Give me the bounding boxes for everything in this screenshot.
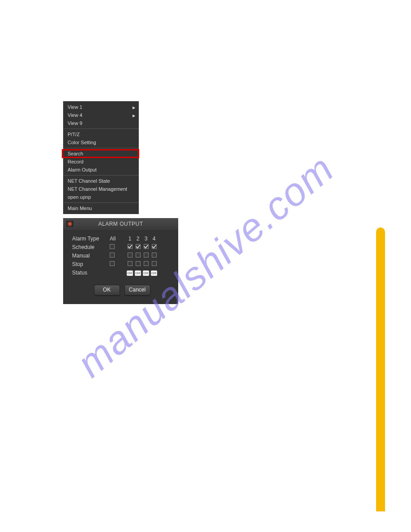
alarm-icon: [66, 220, 74, 227]
highlight-rectangle: [62, 149, 139, 158]
menu-item-label: View 9: [68, 120, 82, 126]
menu-item-label: View 1: [68, 104, 82, 110]
dialog-title: ALARM OUTPUT: [77, 221, 164, 227]
menu-item-label: open upnp: [68, 194, 91, 200]
menu-item-label: Color Setting: [68, 140, 96, 145]
col-header-1: 1: [126, 236, 134, 242]
status-indicator-4: OFF: [151, 270, 157, 276]
menu-item-label: P/T/Z: [68, 132, 80, 137]
row-label: Manual: [72, 253, 110, 259]
dialog-body: Alarm Type All 1 2 3 4 Schedule Manual: [63, 230, 178, 296]
menu-separator: [63, 175, 139, 176]
row-label: Stop: [72, 261, 110, 267]
row-label: Schedule: [72, 244, 110, 250]
row-label: Status: [72, 270, 110, 276]
menu-item-color-setting[interactable]: Color Setting: [63, 138, 139, 146]
col-all-label: All: [110, 236, 126, 242]
menu-item-label: View 4: [68, 112, 82, 118]
dialog-footer: OK Cancel: [72, 285, 172, 296]
menu-item-open-upnp[interactable]: open upnp: [63, 193, 139, 201]
menu-item-label: Record: [68, 159, 83, 164]
checkbox-stop-4[interactable]: [152, 261, 157, 266]
col-type-label: Alarm Type: [72, 236, 110, 242]
checkbox-manual-1[interactable]: [128, 253, 133, 257]
status-indicator-2: OFF: [135, 270, 141, 276]
checkbox-stop-3[interactable]: [144, 261, 149, 266]
checkbox-schedule-4[interactable]: [152, 244, 157, 249]
header-row: Alarm Type All 1 2 3 4: [72, 234, 172, 243]
menu-item-main-menu[interactable]: Main Menu: [63, 204, 139, 212]
menu-item-ptz[interactable]: P/T/Z: [63, 130, 139, 138]
checkbox-manual-4[interactable]: [152, 253, 157, 257]
row-status: Status OFF OFF OFF OFF: [72, 268, 172, 277]
checkbox-stop-2[interactable]: [136, 261, 141, 266]
menu-item-label: Alarm Output: [68, 167, 97, 172]
menu-item-record[interactable]: Record: [63, 158, 139, 166]
checkbox-manual-3[interactable]: [144, 253, 149, 257]
side-accent-bar: [376, 227, 385, 511]
menu-item-alarm-output[interactable]: Alarm Output: [63, 166, 139, 174]
menu-item-view1[interactable]: View 1 ▶: [63, 103, 139, 111]
row-schedule: Schedule: [72, 243, 172, 251]
checkbox-stop-all[interactable]: [110, 261, 115, 266]
svg-point-2: [69, 223, 71, 225]
ok-button[interactable]: OK: [94, 285, 120, 296]
menu-item-label: Main Menu: [68, 206, 92, 211]
menu-separator: [63, 202, 139, 203]
chevron-right-icon: ▶: [133, 113, 135, 119]
checkbox-schedule-all[interactable]: [110, 244, 115, 249]
menu-separator: [63, 129, 139, 129]
checkbox-stop-1[interactable]: [128, 261, 133, 266]
cancel-button[interactable]: Cancel: [124, 285, 150, 296]
menu-item-view9[interactable]: View 9: [63, 119, 139, 127]
menu-item-view4[interactable]: View 4 ▶: [63, 111, 139, 119]
col-header-2: 2: [134, 236, 142, 242]
menu-separator: [63, 148, 139, 148]
row-manual: Manual: [72, 251, 172, 260]
menu-item-label: NET Channel Management: [68, 186, 127, 192]
chevron-right-icon: ▶: [133, 105, 135, 111]
status-indicator-3: OFF: [143, 270, 149, 276]
menu-item-net-channel-management[interactable]: NET Channel Management: [63, 185, 139, 193]
menu-item-net-channel-state[interactable]: NET Channel State: [63, 177, 139, 185]
checkbox-manual-all[interactable]: [110, 253, 115, 257]
checkbox-schedule-3[interactable]: [144, 244, 149, 249]
dialog-titlebar: ALARM OUTPUT: [63, 218, 178, 230]
row-stop: Stop: [72, 260, 172, 268]
col-header-4: 4: [150, 236, 158, 242]
checkbox-schedule-2[interactable]: [136, 244, 141, 249]
status-indicator-1: OFF: [127, 270, 133, 276]
col-header-3: 3: [142, 236, 150, 242]
alarm-output-dialog: ALARM OUTPUT Alarm Type All 1 2 3 4 Sche…: [63, 218, 178, 304]
checkbox-schedule-1[interactable]: [128, 244, 133, 249]
checkbox-manual-2[interactable]: [136, 253, 141, 257]
menu-item-label: NET Channel State: [68, 178, 110, 184]
